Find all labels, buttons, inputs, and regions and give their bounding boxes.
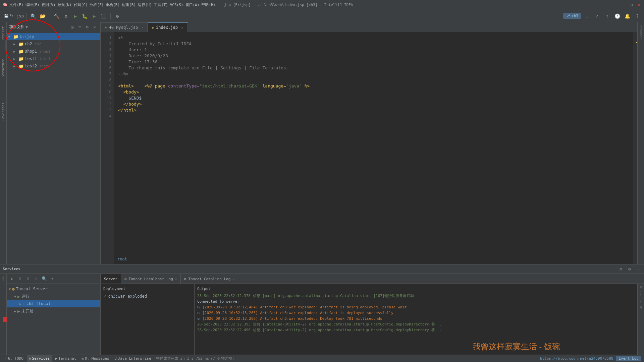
settings-button[interactable]: ⚙ <box>113 12 121 20</box>
bottom-right-tab-vertical[interactable]: ⚙ <box>638 304 643 311</box>
status-terminal-tab[interactable]: ▶ Terminal <box>53 355 78 362</box>
title-path: jsp [E:\jsp] - ...\ch3\web\index.jsp [ch… <box>224 3 353 7</box>
search-icon[interactable]: 🔍 <box>30 12 38 20</box>
code-content[interactable]: <%-- Created by IntelliJ IDEA. User: 1 D… <box>114 32 633 264</box>
favorites-tab-vertical[interactable]: Favorites <box>1 100 6 123</box>
menu-vcs[interactable]: VCS(S) <box>170 3 183 7</box>
build-button[interactable]: 🔨 <box>53 12 61 20</box>
run-config-button[interactable]: ▶ <box>90 12 98 20</box>
project-tab-vertical[interactable]: Project <box>1 23 6 43</box>
services-collapse-btn[interactable]: ⊞ <box>17 276 23 282</box>
tree-item-test2[interactable]: ▶ 📁 test2 test2 <box>7 62 100 70</box>
services-add-btn[interactable]: + <box>49 276 56 282</box>
tab-mysql-close[interactable]: ✕ <box>141 25 143 29</box>
tree-item-shop1[interactable]: ▶ 📁 shop1 shop1 <box>7 48 100 55</box>
code-line-12: </body> <box>118 101 629 107</box>
close-button[interactable]: ✕ <box>637 3 641 7</box>
tomcat-panel: Server ⚙ Tomcat Localhost Log ✕ ⚙ Tomcat… <box>101 274 644 355</box>
tomcat-tab-localhost[interactable]: ⚙ Tomcat Localhost Log ✕ <box>121 274 181 284</box>
tree-item-test1[interactable]: ▶ 📁 test1 test1 <box>7 55 100 62</box>
menu-code[interactable]: 代码(C) <box>74 2 88 7</box>
debug-button[interactable]: 🐛 <box>81 12 89 20</box>
messages-label: 0: Messages <box>85 356 109 361</box>
services-filter-btn[interactable]: ⚡ <box>33 276 40 282</box>
scope-button[interactable]: ◎ <box>69 24 75 30</box>
menu-run[interactable]: 运行(U) <box>138 2 152 7</box>
tomcat-tab-catalina-close[interactable]: ✕ <box>232 277 234 281</box>
history-button[interactable]: 🕐 <box>613 12 621 20</box>
bottom-settings-icon[interactable]: ⚙ <box>618 266 624 272</box>
stop-server-button[interactable] <box>3 317 7 322</box>
settings-panel-button[interactable]: ⚙ <box>84 24 90 30</box>
toolbar-right: ⎇ ch3 ↓ ✓ ↑ 🕐 🔔 ? <box>563 12 641 20</box>
menu-analyze[interactable]: 分析(Z) <box>90 2 104 7</box>
tomcat-tab-server[interactable]: Server <box>101 274 121 284</box>
help-toolbar-button[interactable]: ? <box>633 12 641 20</box>
notifications-button[interactable]: 🔔 <box>623 12 631 20</box>
svc-icon-notstarted: ▶ <box>17 309 20 314</box>
bottom-area: Services ⚙ ⚙ − Web ▶ ⊞ ⊟ ⚡ 🔍 + ▼ ⚙ <box>0 264 644 355</box>
bottom-right-tab-1[interactable]: ≡ <box>639 284 643 290</box>
status-java-enterprise-tab[interactable]: J Java Enterprise <box>113 355 153 362</box>
menu-help[interactable]: 帮助(H) <box>201 2 215 7</box>
vcs-branch-badge[interactable]: ⎇ ch3 <box>563 13 581 19</box>
tab-index-label: index.jsp <box>156 25 178 30</box>
structure-tab-vertical[interactable]: Structure <box>1 56 6 80</box>
status-url-link[interactable]: https://blog.csdn.net/a2459070588 <box>540 356 613 361</box>
web-tab[interactable]: Web <box>1 274 6 283</box>
tree-label-ch2-extra: ch2 <box>35 42 41 46</box>
bottom-right-expand-btn[interactable]: ⟩ <box>638 290 644 296</box>
svc-arrow-ch3: ▶ <box>19 302 21 306</box>
svc-tomcat-server[interactable]: ▼ ⚙ Tomcat Server <box>7 285 100 293</box>
menu-file[interactable]: 文件(F) <box>9 2 23 7</box>
minimize-button[interactable]: − <box>622 3 627 7</box>
menu-window[interactable]: 窗口(W) <box>185 2 200 7</box>
tomcat-tab-localhost-close[interactable]: ✕ <box>175 277 177 281</box>
services-search-btn[interactable]: 🔍 <box>41 276 48 282</box>
menu-edit[interactable]: 编辑(E) <box>25 2 40 7</box>
tree-item-ejsp[interactable]: ▼ 📁 E:\jsp <box>7 33 100 40</box>
event-log-button[interactable]: Event Log <box>616 356 641 361</box>
status-services-tab[interactable]: ⚙ Services <box>27 355 52 362</box>
status-message: 构建成功完成 in 1 s 752 ms（7 分钟之前） <box>156 356 537 361</box>
maximize-button[interactable]: □ <box>629 3 634 7</box>
status-messages-tab[interactable]: ✉ 0: Messages <box>79 355 111 362</box>
toolbar: 💾 E: jsp 🔍 📂 🔨 ♻ ▶ 🐛 ▶ ⬛ ⚙ ⎇ ch3 ↓ ✓ ↑ 🕐… <box>0 10 644 22</box>
svc-icon-tomcat: ⚙ <box>12 287 15 292</box>
project-dropdown-icon[interactable]: ▼ <box>25 25 28 29</box>
update-button[interactable]: ↓ <box>583 12 591 20</box>
output-panel[interactable]: Output 28-Sep-2020 22:32:12.378 信息 [main… <box>195 284 637 355</box>
tab-index[interactable]: ◈ index.jsp ✕ <box>148 22 188 32</box>
tab-mysql[interactable]: ◈ 40.Mysql.jsp ✕ <box>101 22 148 32</box>
stop-button[interactable]: ⬛ <box>100 12 108 20</box>
commit-button[interactable]: ✓ <box>593 12 601 20</box>
tomcat-tab-catalina[interactable]: ⚙ Tomcat Catalina Log ✕ <box>181 274 238 284</box>
run-button[interactable]: ▶ <box>71 12 79 20</box>
hide-panel-button[interactable]: ✕ <box>92 24 98 30</box>
line-num-7: 7 <box>101 71 114 77</box>
recent-files-button[interactable]: 📂 <box>39 12 47 20</box>
bottom-gear-icon[interactable]: ⚙ <box>627 266 633 272</box>
services-expand-btn[interactable]: ⊟ <box>25 276 32 282</box>
project-panel-title: 项目文件 <box>9 24 24 29</box>
rebuild-button[interactable]: ♻ <box>62 12 70 20</box>
tab-index-close[interactable]: ✕ <box>181 26 183 29</box>
menu-tools[interactable]: 工具(T) <box>154 2 168 7</box>
code-editor[interactable]: 1 2 3 4 5 6 7 8 9 10 11 12 13 14 <%-- Cr… <box>101 32 637 264</box>
menu-build[interactable]: 构建(B) <box>122 2 136 7</box>
services-run-btn[interactable]: ▶ <box>9 276 15 282</box>
bottom-right-collapse-btn[interactable]: ⟨ <box>638 298 644 304</box>
output-line-3: [2020-09-28 10:32:12,484] Artifact ch3:w… <box>202 304 413 310</box>
menu-refactor[interactable]: 重构(B) <box>106 2 120 7</box>
tree-item-ch2[interactable]: ▶ 📁 ch2 ch2 <box>7 40 100 48</box>
bottom-hide-icon[interactable]: − <box>635 266 641 272</box>
svc-ch3-local[interactable]: ▶ ✦ ch3 [local] <box>7 300 100 307</box>
database-panel-tab[interactable]: Database <box>639 22 643 42</box>
push-button[interactable]: ↑ <box>603 12 611 20</box>
svc-running[interactable]: ▼ ▶ 运行 <box>7 293 100 300</box>
menu-nav[interactable]: 导航(N) <box>58 2 72 7</box>
collapse-button[interactable]: ≡ <box>77 24 83 30</box>
menu-view[interactable]: 视图(V) <box>42 2 56 7</box>
status-todo-tab[interactable]: ✓ 6: TODO <box>3 355 25 362</box>
svc-notstarted[interactable]: ▶ ▶ 未开始 <box>7 307 100 315</box>
